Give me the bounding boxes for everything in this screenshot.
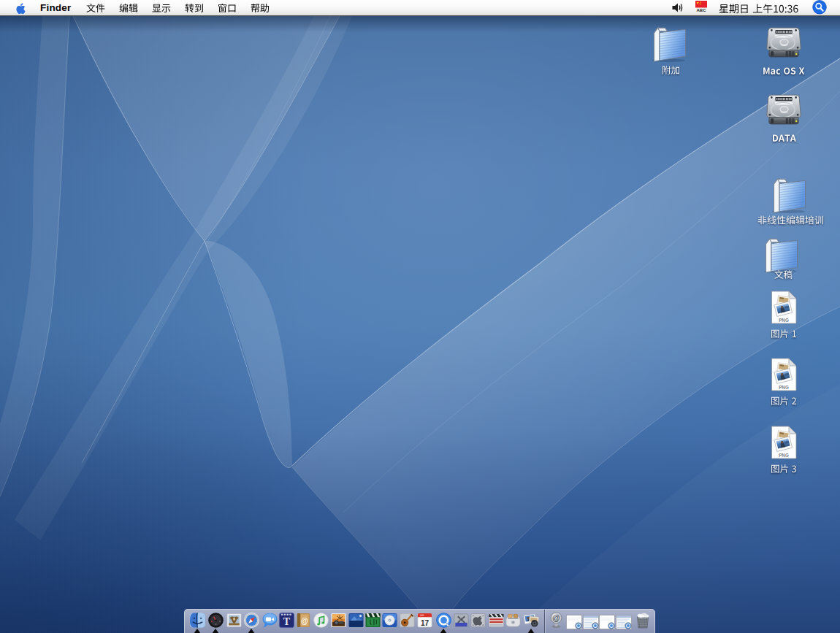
- svg-text:PNG: PNG: [779, 385, 789, 390]
- svg-text:17: 17: [420, 619, 429, 627]
- svg-text:@: @: [301, 617, 308, 625]
- svg-text:PNG: PNG: [779, 318, 789, 323]
- svg-text:ABC: ABC: [697, 8, 707, 12]
- svg-text:PNG: PNG: [779, 453, 789, 458]
- svg-text:@: @: [552, 613, 560, 622]
- svg-text:T: T: [283, 616, 291, 627]
